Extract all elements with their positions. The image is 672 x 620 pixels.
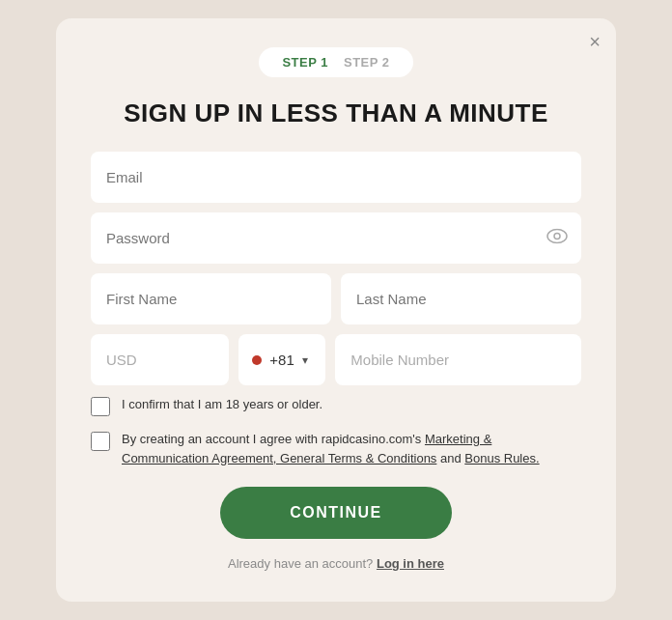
phone-flag-icon [252, 355, 262, 365]
password-group [91, 212, 581, 264]
login-prompt: Already have an account? Log in here [91, 556, 581, 571]
phone-prefix-selector[interactable]: +81 ▾ [238, 334, 325, 385]
terms-prefix: By creating an account I agree with rapi… [122, 432, 425, 446]
login-prompt-text: Already have an account? [228, 556, 373, 571]
login-link[interactable]: Log in here [377, 556, 444, 571]
continue-button[interactable]: CONTINUE [220, 487, 452, 539]
step-1-label: STEP 1 [282, 55, 328, 70]
terms-checkbox-group: By creating an account I agree with rapi… [91, 430, 581, 467]
password-field[interactable] [91, 212, 581, 264]
age-checkbox-label: I confirm that I am 18 years or older. [122, 395, 322, 414]
email-group [91, 152, 581, 203]
svg-point-1 [554, 233, 560, 239]
first-name-field[interactable] [91, 273, 331, 324]
mobile-number-field[interactable]: Mobile Number [335, 334, 581, 385]
terms-checkbox[interactable] [91, 432, 110, 451]
step-2-label: STEP 2 [344, 55, 390, 70]
page-title: SIGN UP IN LESS THAN A MINUTE [91, 99, 581, 128]
age-checkbox-group: I confirm that I am 18 years or older. [91, 395, 581, 416]
email-field[interactable] [91, 152, 581, 203]
currency-field[interactable]: USD [91, 334, 229, 385]
bonus-rules-link[interactable]: Bonus Rules. [464, 451, 539, 465]
steps-bar: STEP 1 STEP 2 [259, 47, 412, 77]
phone-row: USD +81 ▾ Mobile Number [91, 334, 581, 385]
modal-overlay: × STEP 1 STEP 2 SIGN UP IN LESS THAN A M… [0, 0, 672, 620]
phone-prefix-label: +81 [269, 352, 294, 368]
close-button[interactable]: × [589, 32, 601, 51]
terms-checkbox-label: By creating an account I agree with rapi… [122, 430, 581, 467]
age-checkbox[interactable] [91, 397, 110, 416]
terms-and: and [436, 451, 464, 465]
first-name-group [91, 273, 331, 324]
last-name-field[interactable] [341, 273, 581, 324]
svg-point-0 [547, 229, 567, 242]
last-name-group [341, 273, 581, 324]
signup-modal: × STEP 1 STEP 2 SIGN UP IN LESS THAN A M… [56, 18, 616, 602]
phone-dropdown-icon: ▾ [302, 353, 308, 367]
password-toggle-icon[interactable] [546, 228, 568, 248]
name-row [91, 273, 581, 334]
